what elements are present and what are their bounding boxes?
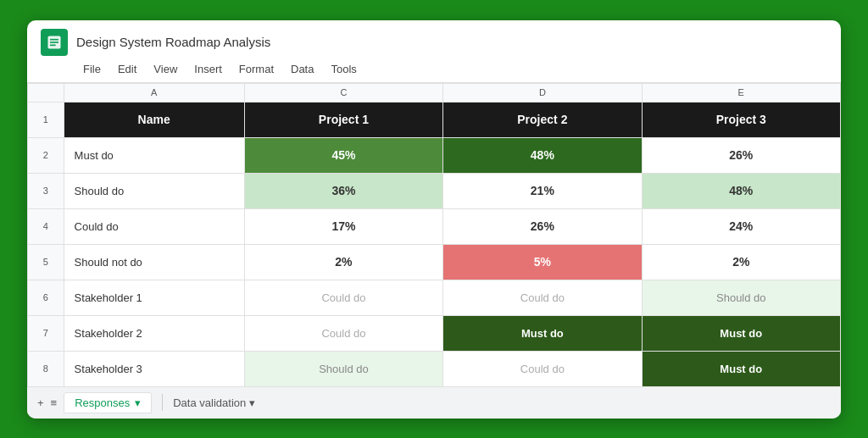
table-row: 5 Should not do 2% 5% 2%	[28, 244, 841, 280]
app-title: Design System Roadmap Analysis	[76, 35, 270, 49]
col-header-c[interactable]: C	[244, 83, 442, 102]
table-row: 3 Should do 36% 21% 48%	[28, 173, 841, 208]
row-name[interactable]: Should not do	[64, 244, 244, 280]
menu-data[interactable]: Data	[284, 61, 320, 77]
menu-insert[interactable]: Insert	[187, 61, 229, 77]
sheet-chevron-icon: ▾	[135, 396, 141, 409]
table-row: 1 Name Project 1 Project 2 Project 3	[28, 102, 841, 137]
row-p1[interactable]: Could do	[244, 280, 442, 315]
row-p1[interactable]: 45%	[244, 137, 442, 173]
data-validation-label: Data validation	[173, 396, 246, 409]
menu-file[interactable]: File	[76, 61, 108, 77]
row-p3[interactable]: Must do	[642, 315, 840, 351]
row-p2[interactable]: Must do	[443, 315, 642, 351]
spreadsheet-table: A C D E 1 Name Project 1 Project 2 Proje…	[27, 83, 841, 386]
header-p1[interactable]: Project 1	[244, 102, 442, 137]
menu-edit[interactable]: Edit	[111, 61, 143, 77]
row-number: 5	[28, 244, 64, 280]
row-p2[interactable]: 21%	[443, 173, 642, 208]
row-name[interactable]: Stakeholder 1	[64, 280, 244, 315]
data-validation-chevron-icon: ▾	[249, 396, 255, 409]
table-row: 2 Must do 45% 48% 26%	[28, 137, 841, 173]
row-p1[interactable]: 36%	[244, 173, 442, 208]
col-header-d[interactable]: D	[443, 83, 642, 102]
row-p2[interactable]: 26%	[443, 208, 642, 244]
row-number: 4	[28, 208, 64, 244]
row-p1[interactable]: Should do	[244, 351, 442, 386]
row-number: 3	[28, 173, 64, 208]
svg-rect-1	[50, 38, 58, 40]
row-p1[interactable]: 2%	[244, 244, 442, 280]
row-number: 7	[28, 315, 64, 351]
responses-tab[interactable]: Responses ▾	[64, 392, 152, 413]
row-p2[interactable]: Could do	[443, 351, 642, 386]
corner-header	[28, 83, 64, 102]
column-header-row: A C D E	[28, 83, 841, 102]
header-name[interactable]: Name	[64, 102, 244, 137]
row-name[interactable]: Should do	[64, 173, 244, 208]
row-p1[interactable]: 17%	[244, 208, 442, 244]
header-p3[interactable]: Project 3	[642, 102, 840, 137]
row-number: 8	[28, 351, 64, 386]
app-icon	[41, 29, 68, 56]
table-row: 4 Could do 17% 26% 24%	[28, 208, 841, 244]
divider	[162, 394, 163, 411]
table-row: 6 Stakeholder 1 Could do Could do Should…	[28, 280, 841, 315]
row-p3[interactable]: 26%	[642, 137, 840, 173]
row-name[interactable]: Stakeholder 2	[64, 315, 244, 351]
sheet-tab-name: Responses	[75, 396, 130, 409]
row-p2[interactable]: 48%	[443, 137, 642, 173]
row-name[interactable]: Must do	[64, 137, 244, 173]
sheet-list-button[interactable]: ≡	[51, 396, 58, 409]
header-p2[interactable]: Project 2	[443, 102, 642, 137]
col-header-a[interactable]: A	[64, 83, 244, 102]
row-p2[interactable]: Could do	[443, 280, 642, 315]
row-p3[interactable]: 48%	[642, 173, 840, 208]
sheet-area: A C D E 1 Name Project 1 Project 2 Proje…	[27, 82, 841, 386]
menu-bar: File Edit View Insert Format Data Tools	[27, 59, 841, 82]
row-number: 6	[28, 280, 64, 315]
row-p2[interactable]: 5%	[443, 244, 642, 280]
row-p3[interactable]: 24%	[642, 208, 840, 244]
col-header-e[interactable]: E	[642, 83, 840, 102]
row-p1[interactable]: Could do	[244, 315, 442, 351]
menu-view[interactable]: View	[147, 61, 184, 77]
svg-rect-2	[50, 42, 58, 43]
table-row: 7 Stakeholder 2 Could do Must do Must do	[28, 315, 841, 351]
bottom-bar: + ≡ Responses ▾ Data validation ▾	[27, 386, 841, 419]
svg-rect-3	[50, 44, 56, 46]
row-p3[interactable]: Should do	[642, 280, 840, 315]
row-p3[interactable]: Must do	[642, 351, 840, 386]
row-number: 1	[28, 102, 64, 137]
table-row: 8 Stakeholder 3 Should do Could do Must …	[28, 351, 841, 386]
data-validation-button[interactable]: Data validation ▾	[173, 396, 255, 409]
row-name[interactable]: Stakeholder 3	[64, 351, 244, 386]
menu-tools[interactable]: Tools	[324, 61, 363, 77]
menu-format[interactable]: Format	[232, 61, 281, 77]
row-number: 2	[28, 137, 64, 173]
title-bar: Design System Roadmap Analysis	[27, 20, 841, 59]
row-name[interactable]: Could do	[64, 208, 244, 244]
app-window: Design System Roadmap Analysis File Edit…	[27, 20, 841, 419]
row-p3[interactable]: 2%	[642, 244, 840, 280]
add-sheet-button[interactable]: +	[37, 396, 44, 409]
